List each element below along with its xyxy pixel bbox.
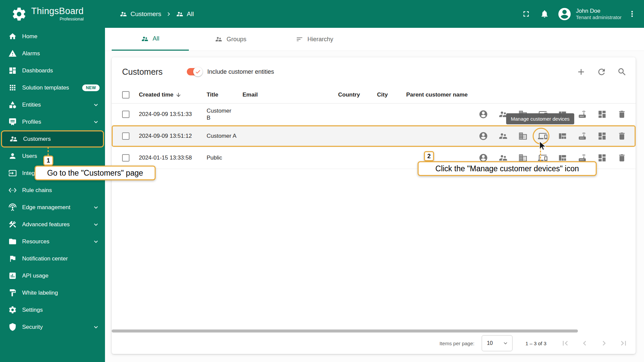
sidebar-item-label: Edge management (22, 204, 70, 211)
sidebar-item-alarms[interactable]: Alarms (0, 45, 105, 62)
manage-assets-button[interactable] (518, 131, 528, 141)
breadcrumb-all[interactable]: All (176, 10, 194, 18)
sidebar-item-label: Resources (22, 238, 49, 245)
row-checkbox[interactable] (122, 154, 129, 162)
cell-title: Customer A (207, 132, 243, 139)
sidebar-item-security[interactable]: Security (0, 318, 105, 336)
column-country[interactable]: Country (338, 92, 377, 98)
breadcrumb-customers[interactable]: Customers (120, 10, 161, 18)
column-email[interactable]: Email (243, 92, 338, 98)
manage-dashboards-button[interactable] (597, 131, 607, 141)
add-customer-button[interactable] (576, 67, 586, 77)
row-checkbox[interactable] (122, 132, 129, 140)
sidebar-item-edge-management[interactable]: Edge management (0, 199, 105, 216)
last-page-button[interactable] (619, 339, 628, 348)
table-row-highlighted[interactable]: 2024-09-09 13:51:12 Customer A (112, 125, 636, 147)
manage-dashboards-button[interactable] (597, 153, 607, 163)
trash-icon (617, 153, 627, 163)
avatar[interactable] (557, 7, 572, 21)
sidebar-item-notification-center[interactable]: Notification center (0, 250, 105, 267)
sidebar-item-entities[interactable]: Entities (0, 96, 105, 113)
annotation-step-1-text: Go to the "Customers" page (35, 166, 156, 180)
ethernet-icon (8, 186, 17, 194)
cell-title: Customer B (207, 107, 243, 122)
chevron-down-icon (92, 101, 100, 109)
check-icon (195, 69, 201, 75)
sidebar-item-dashboards[interactable]: Dashboards (0, 62, 105, 79)
user-block: John Doe Tenant administrator (576, 7, 622, 21)
dashboard-icon (597, 153, 607, 163)
fullscreen-button[interactable] (522, 9, 531, 18)
manage-dashboards-button[interactable] (597, 110, 607, 119)
antenna-icon (8, 203, 17, 212)
topbar-actions: John Doe Tenant administrator (522, 7, 644, 21)
include-entities-toggle[interactable]: Include customer entities (187, 68, 274, 75)
manage-users-button[interactable] (479, 131, 488, 141)
chevron-down-icon (92, 238, 100, 245)
toggle-switch[interactable] (187, 68, 202, 75)
tab-hierarchy[interactable]: Hierarchy (273, 28, 357, 51)
sidebar-item-resources[interactable]: Resources (0, 233, 105, 250)
items-per-page-select[interactable]: 10 (482, 335, 513, 351)
dashboard-icon (8, 66, 17, 75)
row-actions (473, 131, 636, 141)
view-quilt-icon (558, 131, 567, 141)
annotation-step-2-text: Click the "Manage customer devices" icon (418, 161, 597, 176)
tab-all[interactable]: All (112, 28, 189, 51)
next-page-button[interactable] (599, 339, 609, 348)
sidebar-item-api-usage[interactable]: API usage (0, 267, 105, 284)
delete-button[interactable] (617, 153, 627, 163)
input-icon (8, 169, 17, 177)
search-button[interactable] (617, 67, 627, 77)
toggle-label: Include customer entities (207, 68, 274, 75)
tab-label: All (153, 35, 159, 42)
construction-icon (8, 220, 17, 229)
sidebar-item-white-labeling[interactable]: White labeling (0, 284, 105, 301)
badge-icon (8, 118, 17, 126)
column-parent-customer-name[interactable]: Parent customer name (406, 92, 473, 98)
refresh-button[interactable] (597, 67, 606, 77)
account-circle-icon (479, 110, 488, 119)
delete-button[interactable] (617, 110, 627, 119)
sidebar-item-label: Rule chains (22, 187, 52, 194)
row-checkbox[interactable] (122, 111, 129, 118)
thingsboard-logo[interactable]: ThingsBoard Professional (0, 6, 105, 22)
trash-icon (617, 131, 627, 141)
sidebar-item-profiles[interactable]: Profiles (0, 113, 105, 130)
items-per-page-label: Items per page: (439, 341, 474, 346)
sidebar-item-solution-templates[interactable]: Solution templates NEW (0, 79, 105, 96)
previous-page-button[interactable] (580, 339, 589, 348)
router-icon (578, 131, 587, 141)
manage-edge-instances-button[interactable] (578, 131, 587, 141)
tab-groups[interactable]: Groups (189, 28, 273, 51)
user-role: Tenant administrator (576, 14, 622, 21)
sidebar-item-home[interactable]: Home (0, 28, 105, 45)
column-created-time[interactable]: Created time (139, 92, 207, 98)
panel-header: Customers Include customer entities (112, 57, 636, 86)
cell-title: Public (207, 154, 243, 161)
chevron-left-icon (580, 339, 589, 348)
first-page-button[interactable] (560, 339, 570, 348)
cell-created-time: 2024-09-09 13:51:33 (139, 111, 207, 118)
sidebar-item-label: Home (22, 33, 37, 40)
manage-edge-instances-button[interactable] (578, 110, 587, 119)
folder-icon (8, 237, 17, 246)
column-title[interactable]: Title (207, 92, 243, 98)
manage-customers-button[interactable] (498, 131, 508, 141)
sidebar-item-settings[interactable]: Settings (0, 301, 105, 318)
delete-button[interactable] (617, 131, 627, 141)
notifications-button[interactable] (540, 9, 549, 18)
manage-users-button[interactable] (479, 110, 488, 119)
column-city[interactable]: City (377, 92, 406, 98)
sidebar-item-customers[interactable]: Customers (1, 130, 104, 147)
horizontal-scrollbar[interactable] (112, 329, 578, 333)
sidebar-item-label: Dashboards (22, 67, 53, 74)
cell-created-time: 2024-09-09 13:51:12 (139, 133, 207, 139)
sidebar-item-rule-chains[interactable]: Rule chains (0, 182, 105, 199)
more-menu-button[interactable] (628, 9, 637, 18)
manage-entity-views-button[interactable] (558, 131, 567, 141)
sidebar-item-advanced-features[interactable]: Advanced features (0, 216, 105, 233)
refresh-icon (597, 67, 606, 77)
select-all-checkbox[interactable] (122, 91, 129, 99)
plus-icon (576, 67, 586, 77)
